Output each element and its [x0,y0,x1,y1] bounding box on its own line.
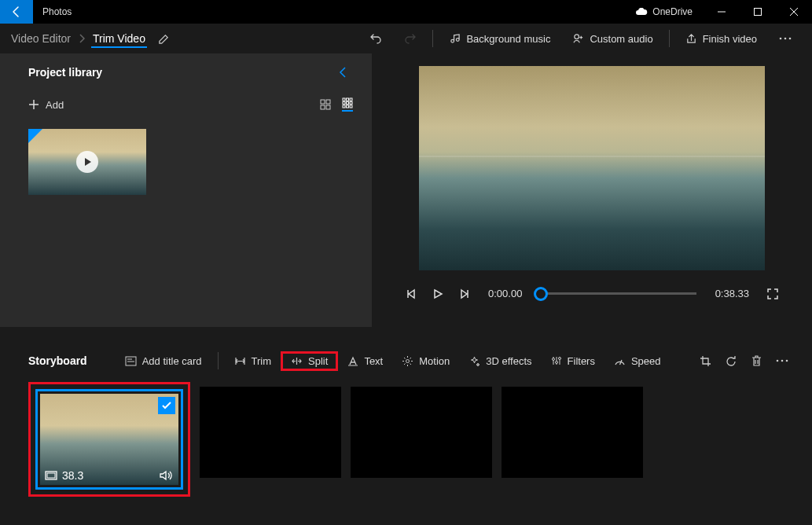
svg-rect-6 [326,100,330,104]
svg-point-21 [555,362,557,364]
svg-point-24 [781,360,784,362]
minimize-icon [718,8,726,16]
project-library-panel: Project library Add [0,53,372,327]
split-label: Split [308,355,328,367]
svg-rect-12 [343,102,345,105]
motion-label: Motion [419,355,450,367]
plus-icon [28,99,39,110]
svg-point-25 [786,360,788,362]
chevron-right-icon [72,34,91,43]
sparkle-icon [468,355,480,367]
rotate-icon [726,355,737,367]
storyboard-empty-slot[interactable] [351,387,492,478]
preview-panel: 0:00.00 0:38.33 [372,53,812,327]
add-label: Add [46,99,64,111]
storyboard-clip-selected[interactable]: 38.3 [28,382,190,497]
3d-effects-label: 3D effects [486,355,531,367]
trash-icon [751,355,762,367]
motion-button[interactable]: Motion [392,351,459,371]
play-button[interactable] [430,288,446,299]
back-button[interactable] [0,0,33,24]
add-media-button[interactable]: Add [28,99,64,111]
play-icon [432,288,443,299]
crop-button[interactable] [700,355,711,367]
svg-point-19 [406,359,410,362]
onedrive-status[interactable]: OneDrive [624,6,704,17]
3d-effects-button[interactable]: 3D effects [459,351,541,371]
filters-icon [551,355,562,366]
rotate-button[interactable] [726,355,737,367]
separator [669,30,670,47]
view-small-button[interactable] [342,97,353,112]
svg-rect-9 [343,98,345,101]
seek-handle[interactable] [534,287,548,301]
text-button[interactable]: Text [338,351,392,371]
svg-point-20 [552,358,554,361]
svg-point-3 [784,38,787,40]
custom-audio-label: Custom audio [590,33,652,45]
ellipsis-icon [779,37,792,40]
svg-rect-14 [350,102,352,105]
split-button[interactable]: Split [281,351,338,371]
maximize-icon [754,8,762,16]
seek-bar[interactable] [541,292,696,295]
svg-rect-13 [347,102,349,105]
maximize-button[interactable] [740,0,776,24]
background-music-button[interactable]: Background music [438,28,561,50]
more-button[interactable] [768,32,803,45]
svg-point-4 [789,38,792,40]
filters-label: Filters [568,355,595,367]
fullscreen-icon [767,288,778,299]
storyboard-title: Storyboard [28,354,87,367]
text-label: Text [364,355,383,367]
add-title-card-button[interactable]: Add title card [116,351,211,371]
trim-button[interactable]: Trim [225,351,281,371]
music-icon [449,33,461,45]
svg-rect-5 [321,100,325,104]
next-frame-button[interactable] [457,288,472,299]
total-time: 0:38.33 [711,288,754,299]
finish-video-button[interactable]: Finish video [674,28,768,50]
collapse-library-button[interactable] [339,67,356,78]
text-icon [347,356,358,366]
play-overlay [76,151,98,173]
pencil-icon [158,33,170,45]
svg-point-1 [575,34,579,39]
onedrive-label: OneDrive [652,6,693,17]
custom-audio-button[interactable]: Custom audio [561,28,663,50]
grid-large-icon [320,99,331,110]
svg-point-23 [777,360,779,362]
view-large-button[interactable] [320,99,331,110]
app-title: Photos [33,6,81,17]
svg-rect-10 [347,98,349,101]
library-clip[interactable] [28,129,146,195]
close-icon [790,8,798,16]
arrow-left-icon [10,6,23,18]
svg-rect-16 [347,105,349,108]
breadcrumb-root[interactable]: Video Editor [9,29,72,48]
mic-icon [572,33,584,45]
delete-button[interactable] [751,355,762,367]
prev-frame-button[interactable] [403,288,419,299]
speed-label: Speed [631,355,661,367]
rename-button[interactable] [158,33,170,45]
redo-button [393,28,428,50]
video-preview[interactable] [419,66,765,270]
undo-button[interactable] [358,28,393,50]
trim-label: Trim [252,355,272,367]
svg-point-22 [558,358,560,360]
svg-rect-17 [350,105,352,108]
fullscreen-button[interactable] [765,288,781,299]
speed-button[interactable]: Speed [604,351,671,371]
breadcrumb-current[interactable]: Trim Video [91,29,147,48]
used-indicator-icon [28,129,42,143]
storyboard-more-button[interactable] [776,359,788,362]
minimize-button[interactable] [704,0,740,24]
storyboard-empty-slot[interactable] [502,387,643,478]
svg-rect-0 [755,9,762,16]
close-button[interactable] [776,0,812,24]
clip-duration: 38.3 [62,469,83,482]
svg-rect-8 [326,105,330,109]
storyboard-empty-slot[interactable] [200,387,341,478]
filters-button[interactable]: Filters [542,351,604,371]
